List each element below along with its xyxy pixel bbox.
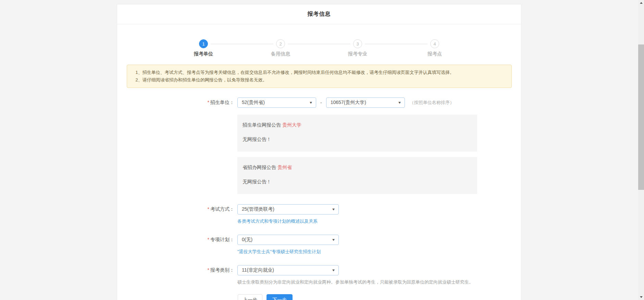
form-buttons: 上一步 下一步 — [238, 294, 521, 300]
previous-step-button[interactable]: 上一步 — [238, 294, 262, 300]
province-announcement-title: 省招办网报公告贵州省 — [243, 165, 472, 171]
page-title: 报考信息 — [308, 11, 331, 18]
dropdown-arrow-icon: ▼ — [397, 101, 401, 104]
special-plan-help: "退役大学生士兵"专项硕士研究生招生计划 — [237, 249, 521, 255]
province-announcement-body: 无网报公告！ — [243, 179, 472, 185]
unit-sort-hint: （按照单位名称排序） — [410, 100, 454, 106]
special-plan-select-value: 0(无) — [242, 237, 252, 243]
application-category-select-value: 11(非定向就业) — [242, 267, 274, 273]
application-category-select[interactable]: 11(非定向就业) ▼ — [237, 265, 339, 275]
application-category-row: *报考类别： 11(非定向就业) ▼ — [117, 265, 521, 275]
university-select[interactable]: 10657(贵州大学) ▼ — [326, 97, 405, 108]
vertical-scrollbar[interactable] — [638, 0, 644, 300]
special-plan-label: *专项计划： — [117, 237, 237, 243]
step-1-application-unit[interactable]: 1 报考单位 — [165, 39, 242, 57]
step-1-label: 报考单位 — [194, 51, 213, 57]
required-asterisk: * — [208, 100, 209, 105]
exam-method-help: 各类考试方式和专项计划的概述以及关系 — [237, 218, 521, 224]
exam-method-select-value: 25(管理类联考) — [242, 206, 274, 212]
province-select[interactable]: 52(贵州省) ▼ — [237, 97, 316, 108]
exam-method-help-link[interactable]: 各类考试方式和专项计划的概述以及关系 — [237, 219, 318, 224]
stepper: 1 报考单位 2 备用信息 3 报考专业 4 报考点 — [165, 39, 473, 57]
admission-unit-label: *招生单位： — [117, 100, 237, 106]
application-form: *招生单位： 52(贵州省) ▼ - 10657(贵州大学) ▼ （按照单位名称… — [117, 97, 521, 300]
panel-header: 报考信息 — [117, 4, 521, 24]
step-4-exam-site[interactable]: 4 报考点 — [396, 39, 473, 57]
university-select-value: 10657(贵州大学) — [331, 100, 366, 106]
dropdown-arrow-icon: ▼ — [309, 101, 313, 104]
dropdown-arrow-icon: ▼ — [332, 269, 336, 272]
step-3-major[interactable]: 3 报考专业 — [319, 39, 396, 57]
next-step-button[interactable]: 下一步 — [267, 294, 293, 300]
step-2-label: 备用信息 — [271, 51, 290, 57]
dropdown-arrow-icon: ▼ — [332, 238, 336, 242]
notice-line-1: 1、招生单位、考试方式、报考点等为报考关键信息，在提交信息后不允许修改，网报时间… — [136, 69, 503, 76]
step-1-circle: 1 — [199, 39, 208, 48]
application-panel: 报考信息 1 报考单位 2 备用信息 3 报考专业 4 报考点 1、招生单位、考… — [117, 4, 521, 300]
required-asterisk: * — [208, 267, 209, 273]
dropdown-arrow-icon: ▼ — [332, 208, 336, 211]
notice-box: 1、招生单位、考试方式、报考点等为报考关键信息，在提交信息后不允许修改，网报时间… — [127, 65, 512, 88]
province-announcement-link[interactable]: 贵州省 — [277, 165, 292, 170]
special-plan-row: *专项计划： 0(无) ▼ — [117, 235, 521, 245]
scrollbar-up-arrow-icon[interactable] — [638, 0, 644, 6]
application-category-note: 硕士生录取类别分为非定向就业和定向就业两种。参加单独考试的考生，只能被录取为回原… — [237, 279, 521, 285]
required-asterisk: * — [208, 206, 209, 212]
select-separator: - — [320, 100, 322, 105]
exam-method-label: *考试方式： — [117, 206, 237, 212]
step-2-circle: 2 — [276, 39, 285, 48]
step-2-backup-info[interactable]: 2 备用信息 — [242, 39, 319, 57]
application-category-label: *报考类别： — [117, 267, 237, 273]
scrollbar-thumb[interactable] — [638, 44, 644, 190]
scrollbar-down-arrow-icon[interactable] — [638, 294, 644, 300]
step-4-label: 报考点 — [428, 51, 442, 57]
unit-announcement-link[interactable]: 贵州大学 — [282, 122, 301, 128]
exam-method-select[interactable]: 25(管理类联考) ▼ — [237, 204, 339, 214]
step-3-label: 报考专业 — [348, 51, 367, 57]
step-3-circle: 3 — [353, 39, 362, 48]
step-4-circle: 4 — [430, 39, 439, 48]
province-announcement-box: 省招办网报公告贵州省 无网报公告！ — [237, 157, 477, 194]
required-asterisk: * — [208, 237, 209, 242]
province-select-value: 52(贵州省) — [242, 100, 265, 106]
unit-announcement-box: 招生单位网报公告贵州大学 无网报公告！ — [237, 115, 477, 152]
special-plan-select[interactable]: 0(无) ▼ — [237, 235, 339, 245]
unit-announcement-title: 招生单位网报公告贵州大学 — [243, 122, 472, 128]
special-plan-help-link[interactable]: "退役大学生士兵"专项硕士研究生招生计划 — [237, 249, 321, 254]
exam-method-row: *考试方式： 25(管理类联考) ▼ — [117, 204, 521, 214]
admission-unit-row: *招生单位： 52(贵州省) ▼ - 10657(贵州大学) ▼ （按照单位名称… — [117, 97, 521, 108]
notice-line-2: 2、请仔细阅读省招办和招生单位的网报公告，以免导致报名无效。 — [136, 76, 503, 84]
unit-announcement-body: 无网报公告！ — [243, 136, 472, 143]
